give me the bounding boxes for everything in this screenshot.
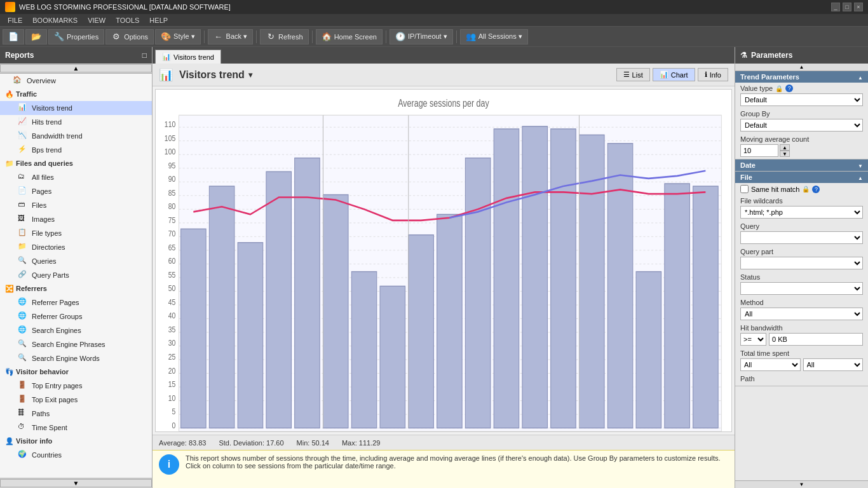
spinner-up[interactable]: ▲ [780,144,790,151]
sidebar-item-countries[interactable]: 🌍 Countries [0,448,152,462]
sidebar-item-images[interactable]: 🖼 Images [0,212,152,226]
hit-bw-op-select[interactable]: >= [740,333,766,346]
spinner-down[interactable]: ▼ [780,151,790,157]
file-section-toggle[interactable] [858,173,863,181]
close-button[interactable]: × [854,3,863,11]
sidebar-item-files[interactable]: 🗃 Files [0,198,152,212]
bar-18[interactable] [693,186,719,428]
total-time-select2[interactable]: All [803,358,864,371]
sidebar-item-referrer-groups[interactable]: 🌐 Referrer Groups [0,309,152,323]
sidebar-item-query-parts[interactable]: 🔗 Query Parts [0,268,152,282]
sidebar-collapse-icon[interactable]: □ [142,51,147,60]
sidebar-group-traffic[interactable]: 🔥 Traffic [0,88,152,101]
list-button[interactable]: ☰ List [616,68,650,81]
bar-3[interactable] [266,172,292,428]
bar-16[interactable] [636,271,661,428]
sidebar-group-files[interactable]: 📁 Files and queries [0,157,152,170]
bar-11[interactable] [494,129,519,428]
sidebar-item-search-words[interactable]: 🔍 Search Engine Words [0,351,152,365]
params-scroll-up[interactable]: ▲ [799,64,804,70]
sidebar-item-time-spent[interactable]: ⏱ Time Spent [0,421,152,435]
sidebar-item-referrer-pages[interactable]: 🌐 Referrer Pages [0,295,152,309]
bar-0[interactable] [181,229,207,428]
sidebar-item-label: Query Parts [32,271,69,279]
sidebar-item-bandwidth-trend[interactable]: 📉 Bandwidth trend [0,129,152,143]
sidebar-item-pages[interactable]: 📄 Pages [0,184,152,198]
sidebar-item-search-engines[interactable]: 🌐 Search Engines [0,323,152,337]
sidebar-item-search-phrases[interactable]: 🔍 Search Engine Phrases [0,337,152,351]
toolbar-refresh[interactable]: ↻ Refresh [260,29,309,44]
chart-svg[interactable]: Average sessions per day 110 105 100 95 … [156,90,731,431]
bar-2[interactable] [238,243,263,428]
bar-10[interactable] [465,158,491,428]
sidebar-group-visitor-info[interactable]: 👤 Visitor info [0,435,152,448]
sidebar-scroll-up[interactable]: ▲ [0,64,152,72]
sidebar-group-referrers[interactable]: 🔀 Referrers [0,282,152,295]
menu-help[interactable]: HELP [144,15,173,25]
bar-6[interactable] [351,271,377,428]
toolbar-sessions[interactable]: 👥 All Sessions ▾ [460,29,528,44]
minimize-button[interactable]: _ [831,3,840,11]
toolbar-home[interactable]: 🏠 Home Screen [316,29,383,44]
value-type-select[interactable]: Default [740,93,863,106]
toolbar-options[interactable]: ⚙ Options [105,29,154,44]
hit-bw-value-input[interactable] [769,333,863,346]
params-section-trend-header[interactable]: Trend Parameters [735,71,868,83]
bar-12[interactable] [522,126,548,428]
bar-8[interactable] [409,235,434,428]
bar-1[interactable] [209,186,234,428]
menu-bookmarks[interactable]: BOOKMARKS [27,15,83,25]
menu-view[interactable]: VIEW [83,15,111,25]
toolbar-back[interactable]: ← Back ▾ [208,29,254,44]
sidebar-item-directories[interactable]: 📁 Directories [0,240,152,254]
total-time-select1[interactable]: All [740,358,801,371]
file-wildcards-select[interactable]: *.html; *.php [740,206,863,219]
report-dropdown-icon[interactable]: ▾ [248,71,252,79]
bar-17[interactable] [665,184,690,428]
menu-tools[interactable]: TOOLS [111,15,144,25]
sidebar-item-hits-trend[interactable]: 📈 Hits trend [0,115,152,129]
tab-visitors-trend[interactable]: 📊 Visitors trend [155,50,221,64]
sidebar-item-file-types[interactable]: 📋 File types [0,226,152,240]
sidebar-item-overview[interactable]: 🏠 Overview [0,74,152,88]
sidebar-group-behavior[interactable]: 👣 Visitor behavior [0,365,152,379]
toolbar-style[interactable]: 🎨 Style ▾ [155,29,201,44]
params-section-file-header[interactable]: File [735,172,868,183]
group-by-select[interactable]: Default [740,119,863,132]
toolbar-ip[interactable]: 🕐 IP/Timeout ▾ [390,29,453,44]
date-section-toggle[interactable] [858,161,863,169]
chart-container: Average sessions per day 110 105 100 95 … [155,89,732,432]
sidebar-item-all-files[interactable]: 🗂 All files [0,170,152,184]
sidebar-item-top-exit[interactable]: 🚪 Top Exit pages [0,393,152,407]
query-select[interactable] [740,231,863,244]
bar-5[interactable] [323,194,348,428]
sidebar-item-label: Paths [32,410,50,417]
chart-button[interactable]: 📊 Chart [653,68,695,81]
sidebar-item-paths[interactable]: 🛤 Paths [0,407,152,421]
bar-7[interactable] [380,286,405,428]
query-part-select[interactable] [740,257,863,269]
sidebar-scroll-down[interactable]: ▼ [0,479,152,487]
toolbar-properties[interactable]: 🔧 Properties [48,29,104,44]
sidebar-item-label: Search Engine Phrases [32,341,105,348]
moving-avg-input[interactable]: 10 [740,144,778,157]
bar-9[interactable] [437,214,463,428]
sidebar-item-queries[interactable]: 🔍 Queries [0,254,152,268]
maximize-button[interactable]: □ [843,3,851,11]
menu-file[interactable]: FILE [3,15,27,25]
toolbar-new[interactable]: 📄 [3,29,24,44]
params-section-date-header[interactable]: Date [735,159,868,171]
bar-13[interactable] [551,129,576,428]
same-hit-checkbox[interactable] [740,185,749,193]
sidebar-item-visitors-trend[interactable]: 📊 Visitors trend [0,101,152,115]
info-button[interactable]: ℹ Info [698,68,728,81]
bar-15[interactable] [607,144,633,428]
trend-section-toggle[interactable] [858,73,863,81]
sidebar-item-top-entry[interactable]: 🚪 Top Entry pages [0,379,152,393]
content-area: 📊 Visitors trend 📊 Visitors trend ▾ ☰ Li… [153,47,735,488]
status-select[interactable] [740,282,863,295]
toolbar-open[interactable]: 📂 [25,29,47,44]
sidebar-item-bps-trend[interactable]: ⚡ Bps trend [0,143,152,157]
params-scroll-down[interactable]: ▼ [799,482,804,487]
method-select[interactable]: All [740,308,863,320]
